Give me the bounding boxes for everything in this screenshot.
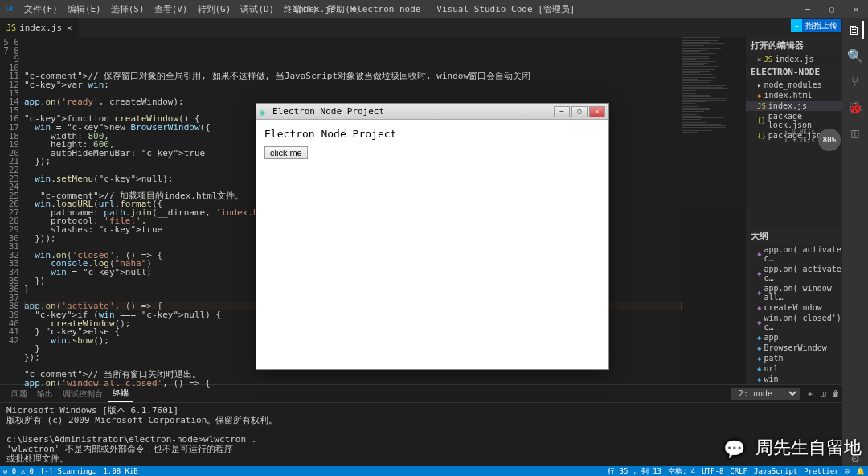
line-gutter: 5 6 7 8 9 10 11 12 13 14 15 16 17 18 19 … bbox=[0, 37, 24, 384]
status-lang[interactable]: JavaScript bbox=[754, 467, 797, 475]
upload-label: 指指上传 bbox=[802, 19, 841, 32]
folder-node-modules[interactable]: ▸ node_modules bbox=[746, 80, 842, 90]
tab-close-icon[interactable]: × bbox=[67, 23, 72, 33]
symbol-icon: ◈ bbox=[757, 304, 761, 312]
file-index-js[interactable]: JS index.js bbox=[746, 101, 842, 111]
outline-item[interactable]: ◈path bbox=[746, 353, 842, 363]
tab-indexjs[interactable]: JS index.js × bbox=[0, 18, 80, 37]
status-bell-icon[interactable]: 🔔 bbox=[856, 467, 865, 475]
file-label: index.js bbox=[768, 101, 807, 110]
search-icon[interactable]: 🔍 bbox=[846, 47, 864, 64]
status-lncol[interactable]: 行 35 , 列 13 bbox=[608, 466, 661, 477]
menu-select[interactable]: 选择(S) bbox=[106, 2, 149, 17]
electron-close-button[interactable]: ✕ bbox=[589, 106, 605, 117]
symbol-icon: ◈ bbox=[757, 289, 761, 297]
outline-label: win.on('closed') c… bbox=[764, 314, 841, 331]
symbol-icon: ◈ bbox=[757, 365, 761, 373]
outline-item[interactable]: ◈app.on('activate') c… bbox=[746, 244, 842, 264]
menu-file[interactable]: 文件(F) bbox=[19, 2, 63, 17]
outline-label: app bbox=[764, 333, 778, 342]
outline-item[interactable]: ◈BrowserWindow bbox=[746, 343, 842, 353]
outline-item[interactable]: ◈win bbox=[746, 374, 842, 384]
file-label: node_modules bbox=[764, 80, 821, 89]
html-icon: ◆ bbox=[757, 92, 761, 100]
status-spaces[interactable]: 空格: 4 bbox=[668, 466, 695, 477]
menu-help[interactable]: 帮助(H) bbox=[322, 2, 366, 17]
close-button[interactable]: ✕ bbox=[844, 0, 868, 18]
status-scanning[interactable]: [-] Scanning… bbox=[40, 467, 96, 475]
symbol-icon: ◈ bbox=[757, 355, 761, 363]
menu-edit[interactable]: 编辑(E) bbox=[63, 2, 106, 17]
electron-body: Electron Node Project click me bbox=[256, 120, 608, 369]
json-icon: {} bbox=[757, 117, 766, 125]
minimize-button[interactable]: ─ bbox=[796, 0, 820, 18]
project-header[interactable]: ELECTRON-NODE bbox=[746, 64, 842, 80]
outline-label: app.on('window-all… bbox=[764, 284, 839, 302]
outline-label: app.on('activate') c… bbox=[764, 265, 850, 282]
electron-maximize-button[interactable]: ▢ bbox=[571, 106, 588, 117]
outline-list: ◈app.on('activate') c…◈app.on('activate'… bbox=[746, 244, 842, 384]
activity-bar: 🗎 🔍 ⑂ 🐞 ◫ ⚙ bbox=[842, 18, 868, 466]
explorer-sidebar: 打开的编辑器 × JS index.js ELECTRON-NODE ▸ nod… bbox=[746, 37, 842, 384]
new-terminal-icon[interactable]: ＋ bbox=[806, 388, 814, 400]
outline-label: win bbox=[764, 375, 778, 384]
electron-titlebar[interactable]: ◉ Electron Node Project ─ ▢ ✕ bbox=[256, 104, 608, 120]
status-prettier[interactable]: Prettier bbox=[804, 467, 838, 475]
outline-label: path bbox=[764, 354, 783, 363]
terminal-content[interactable]: Microsoft Windows [版本 6.1.7601] 版权所有 (c)… bbox=[0, 403, 868, 476]
status-size: 1.08 KiB bbox=[103, 467, 137, 475]
electron-title: Electron Node Project bbox=[272, 106, 384, 117]
outline-item[interactable]: ◈createWindow bbox=[746, 302, 842, 313]
menu-goto[interactable]: 转到(G) bbox=[193, 2, 236, 17]
outline-item[interactable]: ◈win.on('closed') c… bbox=[746, 313, 842, 332]
minimap[interactable] bbox=[682, 37, 746, 384]
perf-circle[interactable]: 80% bbox=[818, 129, 841, 151]
outline-header[interactable]: 大纲 bbox=[746, 228, 842, 244]
git-icon[interactable]: ⑂ bbox=[846, 72, 864, 90]
file-label: index.html bbox=[764, 91, 812, 100]
status-feedback-icon[interactable]: ☺ bbox=[845, 467, 850, 475]
outline-item[interactable]: ◈app.on('activate') c… bbox=[746, 264, 842, 283]
kill-terminal-icon[interactable]: 🗑 bbox=[832, 389, 840, 398]
click-me-button[interactable]: click me bbox=[264, 146, 308, 159]
symbol-icon: ◈ bbox=[757, 344, 761, 352]
close-icon[interactable]: × bbox=[757, 55, 761, 64]
status-errors[interactable]: ⊘ 0 ⚠ 0 bbox=[3, 467, 34, 475]
js-icon: JS bbox=[6, 23, 16, 32]
menu-terminal[interactable]: 终端(T) bbox=[279, 2, 322, 17]
file-index-html[interactable]: ◆ index.html bbox=[746, 90, 842, 101]
json-icon: {} bbox=[757, 132, 766, 140]
open-editor-item[interactable]: × JS index.js bbox=[746, 54, 842, 64]
editor-tabs: JS index.js × ▷ ◫ ⋯ bbox=[0, 18, 868, 37]
outline-label: BrowserWindow bbox=[764, 343, 826, 352]
electron-icon: ◉ bbox=[260, 107, 269, 117]
symbol-icon: ◈ bbox=[757, 269, 761, 277]
outline-label: createWindow bbox=[764, 303, 821, 312]
chevron-right-icon: ▸ bbox=[757, 81, 761, 89]
symbol-icon: ◈ bbox=[757, 334, 761, 342]
outline-label: app.on('activate') c… bbox=[764, 245, 850, 263]
menu-view[interactable]: 查看(V) bbox=[149, 2, 193, 17]
open-editors-header[interactable]: 打开的编辑器 bbox=[746, 37, 842, 54]
settings-icon[interactable]: ⚙ bbox=[846, 449, 864, 466]
outline-item[interactable]: ◈url bbox=[746, 363, 842, 374]
net-speed: ⬆ 0.8K/s⬇ 3.7K/s bbox=[784, 129, 815, 145]
terminal-select[interactable]: 2: node bbox=[731, 388, 800, 400]
files-icon[interactable]: 🗎 bbox=[846, 21, 864, 39]
file-package-lock[interactable]: {} package-lock.json bbox=[746, 111, 842, 130]
outline-item[interactable]: ◈app bbox=[746, 332, 842, 343]
open-editor-label: index.js bbox=[775, 55, 813, 64]
extensions-icon[interactable]: ◫ bbox=[846, 124, 864, 142]
debug-icon[interactable]: 🐞 bbox=[846, 98, 864, 116]
upload-badge[interactable]: ☁ 指指上传 bbox=[791, 19, 841, 32]
split-terminal-icon[interactable]: ◫ bbox=[821, 389, 825, 398]
menu-debug[interactable]: 调试(D) bbox=[235, 2, 279, 17]
outline-item[interactable]: ◈app.on('window-all… bbox=[746, 283, 842, 302]
symbol-icon: ◈ bbox=[757, 250, 761, 258]
status-eol[interactable]: CRLF bbox=[730, 467, 747, 475]
bottom-panel: 问题 输出 调试控制台 终端 2: node ＋ ◫ 🗑 ˄ ✕ Microso… bbox=[0, 384, 868, 476]
status-encoding[interactable]: UTF-8 bbox=[702, 467, 723, 475]
electron-app-window[interactable]: ◉ Electron Node Project ─ ▢ ✕ Electron N… bbox=[256, 103, 609, 370]
electron-minimize-button[interactable]: ─ bbox=[554, 106, 570, 117]
maximize-button[interactable]: ▢ bbox=[820, 0, 844, 18]
